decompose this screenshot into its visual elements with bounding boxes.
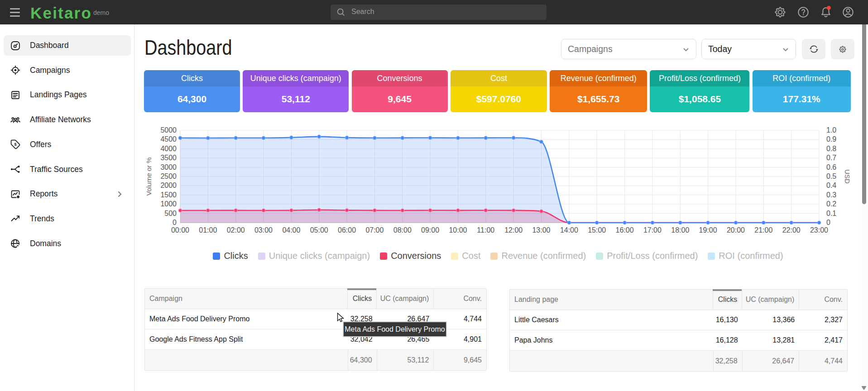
svg-text:08:00: 08:00 <box>393 226 412 234</box>
svg-text:1000: 1000 <box>160 200 177 208</box>
svg-text:USD: USD <box>844 169 851 184</box>
svg-text:00:00: 00:00 <box>171 226 189 234</box>
svg-text:22:00: 22:00 <box>782 226 801 234</box>
svg-text:13:00: 13:00 <box>532 226 550 234</box>
svg-text:0.3: 0.3 <box>826 191 836 199</box>
svg-text:0.2: 0.2 <box>826 200 836 208</box>
svg-text:2500: 2500 <box>160 172 177 180</box>
svg-text:3000: 3000 <box>160 163 177 171</box>
svg-text:09:00: 09:00 <box>421 226 439 234</box>
svg-text:03:00: 03:00 <box>254 226 273 234</box>
svg-text:0.4: 0.4 <box>826 181 836 189</box>
svg-text:18:00: 18:00 <box>671 226 689 234</box>
svg-text:4000: 4000 <box>160 145 177 153</box>
svg-text:15:00: 15:00 <box>588 226 606 234</box>
svg-text:0: 0 <box>826 219 830 226</box>
svg-text:0: 0 <box>173 219 177 226</box>
svg-text:02:00: 02:00 <box>227 226 245 234</box>
svg-text:0.8: 0.8 <box>826 145 836 153</box>
svg-text:21:00: 21:00 <box>754 226 772 234</box>
svg-text:Volume or %: Volume or % <box>145 157 153 196</box>
svg-text:10:00: 10:00 <box>449 226 467 234</box>
svg-text:01:00: 01:00 <box>199 226 217 234</box>
svg-text:500: 500 <box>164 210 177 217</box>
svg-text:0.6: 0.6 <box>826 163 836 171</box>
svg-text:06:00: 06:00 <box>338 226 356 234</box>
svg-text:0.1: 0.1 <box>826 210 836 217</box>
svg-text:16:00: 16:00 <box>616 226 634 234</box>
svg-text:23:00: 23:00 <box>810 226 828 234</box>
svg-text:19:00: 19:00 <box>699 226 717 234</box>
svg-text:17:00: 17:00 <box>643 226 662 234</box>
svg-text:11:00: 11:00 <box>477 226 494 234</box>
svg-text:$: $ <box>14 142 17 147</box>
svg-text:3500: 3500 <box>160 154 177 162</box>
svg-text:5000: 5000 <box>160 126 177 134</box>
svg-text:1.0: 1.0 <box>826 126 836 134</box>
svg-text:20:00: 20:00 <box>727 226 745 234</box>
svg-text:05:00: 05:00 <box>310 226 328 234</box>
svg-text:07:00: 07:00 <box>365 226 384 234</box>
svg-text:4500: 4500 <box>160 135 177 143</box>
svg-text:14:00: 14:00 <box>560 226 578 234</box>
svg-text:2000: 2000 <box>160 181 177 189</box>
svg-text:1500: 1500 <box>160 191 177 199</box>
svg-text:0.9: 0.9 <box>826 135 836 143</box>
svg-text:0.5: 0.5 <box>826 172 836 180</box>
svg-text:04:00: 04:00 <box>282 226 300 234</box>
svg-text:0.7: 0.7 <box>826 154 836 162</box>
svg-text:12:00: 12:00 <box>504 226 523 234</box>
